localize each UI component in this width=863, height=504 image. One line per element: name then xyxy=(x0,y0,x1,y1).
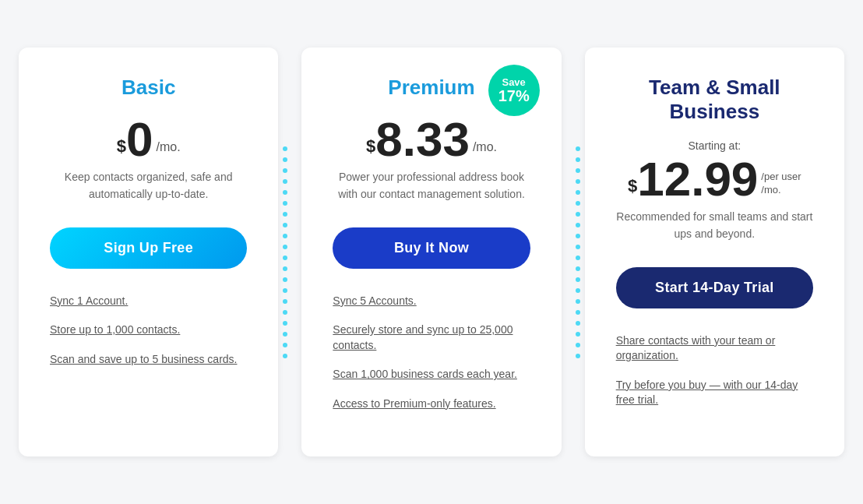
premium-price-dollar: $ xyxy=(366,136,375,157)
basic-price-row: $ 0 /mo. xyxy=(50,115,247,164)
premium-cta-button[interactable]: Buy It Now xyxy=(333,227,530,269)
save-badge-text: Save xyxy=(502,76,525,89)
team-cta-button[interactable]: Start 14-Day Trial xyxy=(616,267,813,308)
basic-cta-button[interactable]: Sign Up Free xyxy=(50,227,247,269)
premium-feature-2: Securely store and sync up to 25,000 con… xyxy=(333,322,530,353)
team-feature-1: Share contacts with your team or organiz… xyxy=(616,333,813,364)
basic-price-number: 0 xyxy=(126,115,153,164)
team-price-number: 12.99 xyxy=(637,155,758,203)
save-badge-percent: 17% xyxy=(498,88,530,104)
team-starting-at: Starting at: xyxy=(616,139,813,152)
premium-feature-4: Access to Premium-only features. xyxy=(333,397,530,412)
basic-price-suffix: /mo. xyxy=(156,139,180,156)
save-badge: Save 17% xyxy=(488,65,540,116)
premium-price-number: 8.33 xyxy=(375,115,470,164)
team-description: Recommended for small teams and start up… xyxy=(616,208,813,245)
team-plan-card: Team & Small Business Starting at: $ 12.… xyxy=(585,48,844,457)
basic-plan-title: Basic xyxy=(50,76,247,100)
premium-plan-card: Save 17% Premium $ 8.33 /mo. Power your … xyxy=(301,48,561,457)
premium-description: Power your professional address book wit… xyxy=(333,168,530,206)
premium-price-suffix: /mo. xyxy=(473,139,497,156)
team-price-dollar: $ xyxy=(628,176,637,196)
basic-feature-2: Store up to 1,000 contacts. xyxy=(50,322,247,338)
basic-description: Keep contacts organized, safe and automa… xyxy=(50,168,247,206)
premium-feature-1: Sync 5 Accounts. xyxy=(333,294,530,309)
basic-feature-1: Sync 1 Account. xyxy=(50,294,247,309)
dot-separator-2 xyxy=(571,48,585,457)
team-feature-2: Try before you buy — with our 14-day fre… xyxy=(616,378,813,408)
premium-features-list: Sync 5 Accounts. Securely store and sync… xyxy=(333,294,530,412)
basic-feature-3: Scan and save up to 5 business cards. xyxy=(50,352,247,368)
pricing-container: Basic $ 0 /mo. Keep contacts organized, … xyxy=(19,48,844,457)
team-features-list: Share contacts with your team or organiz… xyxy=(616,333,813,408)
premium-feature-3: Scan 1,000 business cards each year. xyxy=(333,367,530,382)
dot-separator-1 xyxy=(278,48,292,457)
team-price-row: $ 12.99 /per user /mo. xyxy=(616,155,813,203)
team-price-per-user: /per user /mo. xyxy=(761,171,801,197)
basic-features-list: Sync 1 Account. Store up to 1,000 contac… xyxy=(50,294,247,368)
basic-price-dollar: $ xyxy=(117,136,126,157)
team-plan-title: Team & Small Business xyxy=(616,76,813,124)
premium-price-row: $ 8.33 /mo. xyxy=(333,115,530,164)
basic-plan-card: Basic $ 0 /mo. Keep contacts organized, … xyxy=(19,48,278,457)
